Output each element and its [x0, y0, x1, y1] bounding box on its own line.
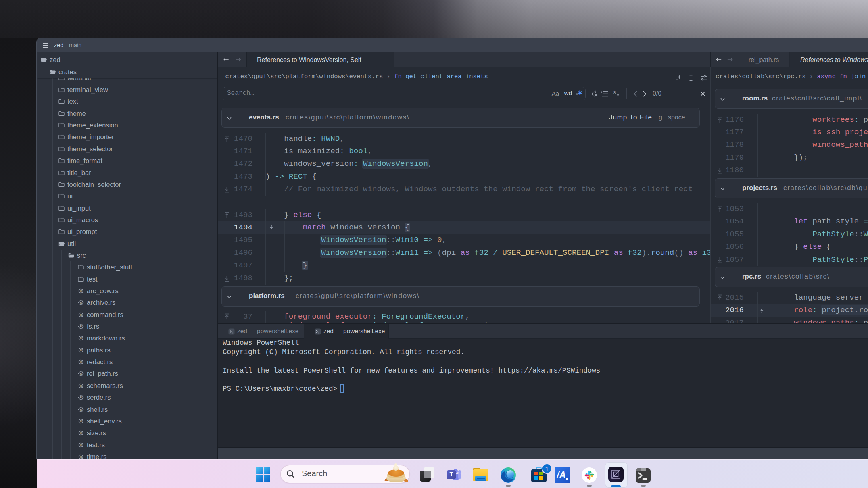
- svg-text:R: R: [80, 313, 82, 317]
- svg-text:R: R: [80, 396, 82, 399]
- svg-text:R: R: [80, 408, 82, 411]
- svg-text:R: R: [80, 301, 82, 305]
- svg-text:R: R: [80, 431, 82, 435]
- svg-text:R: R: [80, 325, 82, 328]
- svg-text:R: R: [80, 419, 82, 423]
- svg-text:s: s: [613, 90, 616, 96]
- svg-text:R: R: [80, 384, 82, 388]
- svg-text:R: R: [80, 337, 82, 340]
- svg-text:R: R: [80, 289, 82, 293]
- svg-text:R: R: [80, 443, 82, 447]
- svg-text:R: R: [80, 372, 82, 376]
- svg-text:R: R: [80, 348, 82, 352]
- svg-text:R: R: [80, 360, 82, 364]
- svg-text:R: R: [595, 94, 597, 97]
- svg-text:R: R: [80, 455, 82, 459]
